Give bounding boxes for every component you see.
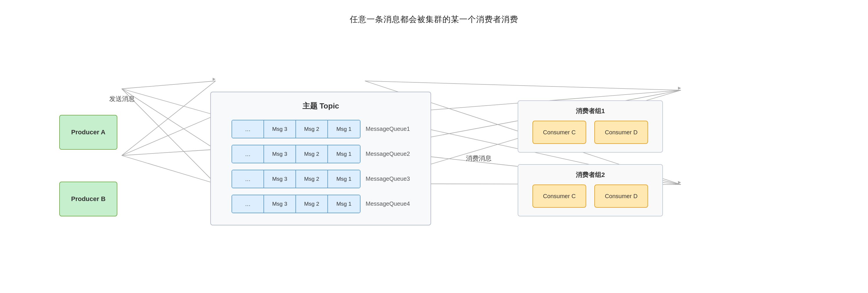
q1-cell-0: ... bbox=[232, 120, 264, 138]
consumer-groups-section: 消费者组1 Consumer C Consumer D 消费者组2 Consum… bbox=[518, 100, 663, 216]
cg1-consumer-d: Consumer D bbox=[594, 121, 648, 144]
cg2-consumer-c: Consumer C bbox=[532, 184, 586, 208]
q1-cell-2: Msg 2 bbox=[296, 120, 328, 138]
q4-cell-2: Msg 2 bbox=[296, 195, 328, 213]
producer-a-box: Producer A bbox=[59, 115, 117, 150]
topic-section: 主题 Topic ... Msg 3 Msg 2 Msg 1 MessageQu… bbox=[210, 92, 431, 225]
page-title: 任意一条消息都会被集群的某一个消费者消费 bbox=[350, 14, 518, 25]
producer-b-box: Producer B bbox=[59, 182, 117, 216]
cg2-consumer-d-label: Consumer D bbox=[605, 193, 637, 199]
q4-cell-1: Msg 3 bbox=[264, 195, 296, 213]
consumer-group-1: 消费者组1 Consumer C Consumer D bbox=[518, 100, 663, 153]
cg2-consumers: Consumer C Consumer D bbox=[527, 184, 654, 208]
q1-cell-1: Msg 3 bbox=[264, 120, 296, 138]
queue-name-3: MessageQueue3 bbox=[366, 176, 410, 182]
q3-cell-2: Msg 2 bbox=[296, 170, 328, 188]
queue-row-4: ... Msg 3 Msg 2 Msg 1 MessageQueue4 bbox=[231, 195, 410, 213]
q2-cell-3: Msg 1 bbox=[328, 145, 360, 163]
producers-label-text: 发送消息 bbox=[109, 95, 135, 103]
q2-cell-2: Msg 2 bbox=[296, 145, 328, 163]
queue-container-4: ... Msg 3 Msg 2 Msg 1 bbox=[231, 195, 361, 213]
producer-a-label: Producer A bbox=[71, 129, 105, 136]
queue-name-2: MessageQueue2 bbox=[366, 151, 410, 157]
producer-b-label: Producer B bbox=[71, 195, 106, 203]
q3-cell-1: Msg 3 bbox=[264, 170, 296, 188]
cg2-consumer-d: Consumer D bbox=[594, 184, 648, 208]
diagram-wrapper: 发送消息 Producer A Producer B 主题 Topic ... … bbox=[42, 42, 826, 269]
cg1-title: 消费者组1 bbox=[527, 107, 654, 115]
q2-cell-1: Msg 3 bbox=[264, 145, 296, 163]
queue-container-1: ... Msg 3 Msg 2 Msg 1 bbox=[231, 120, 361, 138]
content-layer: 发送消息 Producer A Producer B 主题 Topic ... … bbox=[42, 42, 826, 269]
cg1-consumer-d-label: Consumer D bbox=[605, 129, 637, 136]
queue-row-3: ... Msg 3 Msg 2 Msg 1 MessageQueue3 bbox=[231, 170, 410, 188]
q1-cell-3: Msg 1 bbox=[328, 120, 360, 138]
cg2-consumer-c-label: Consumer C bbox=[543, 193, 576, 199]
producers-col: Producer A Producer B bbox=[59, 115, 117, 216]
q2-cell-0: ... bbox=[232, 145, 264, 163]
consumer-group-2: 消费者组2 Consumer C Consumer D bbox=[518, 164, 663, 216]
topic-title: 主题 Topic bbox=[302, 101, 339, 111]
q3-cell-3: Msg 1 bbox=[328, 170, 360, 188]
queue-row-2: ... Msg 3 Msg 2 Msg 1 MessageQueue2 bbox=[231, 145, 410, 163]
q4-cell-3: Msg 1 bbox=[328, 195, 360, 213]
consume-label: 消费消息 bbox=[466, 154, 492, 163]
cg1-consumer-c: Consumer C bbox=[532, 121, 586, 144]
queue-name-1: MessageQueue1 bbox=[366, 125, 410, 132]
cg1-consumer-c-label: Consumer C bbox=[543, 129, 576, 136]
q3-cell-0: ... bbox=[232, 170, 264, 188]
queue-name-4: MessageQueue4 bbox=[366, 200, 410, 207]
queue-container-3: ... Msg 3 Msg 2 Msg 1 bbox=[231, 170, 361, 188]
queue-container-2: ... Msg 3 Msg 2 Msg 1 bbox=[231, 145, 361, 163]
q4-cell-0: ... bbox=[232, 195, 264, 213]
cg2-title: 消费者组2 bbox=[527, 171, 654, 179]
cg1-consumers: Consumer C Consumer D bbox=[527, 121, 654, 144]
queue-row-1: ... Msg 3 Msg 2 Msg 1 MessageQueue1 bbox=[231, 120, 410, 138]
